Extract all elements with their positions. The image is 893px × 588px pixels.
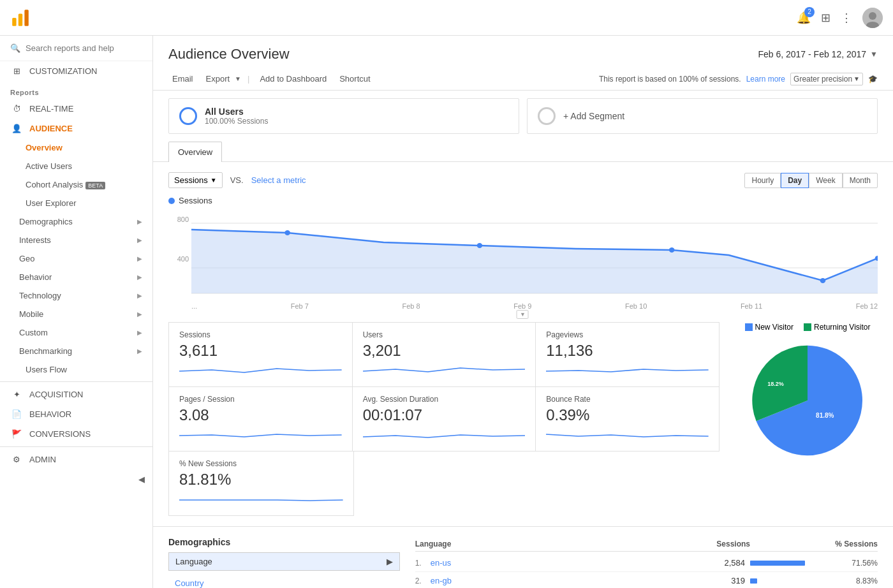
month-button[interactable]: Month <box>843 173 878 188</box>
lang-row-2: 2. en-gb 319 8.83% <box>415 572 878 588</box>
overview-tab[interactable]: Overview <box>168 142 222 162</box>
metric-arrow-icon: ▼ <box>210 177 217 184</box>
day-button[interactable]: Day <box>781 173 809 188</box>
chart-section: Sessions ▼ VS. Select a metric Hourly Da… <box>153 162 893 323</box>
sidebar-item-conversions[interactable]: 🚩 CONVERSIONS <box>0 424 152 444</box>
sidebar-item-active-users[interactable]: Active Users <box>0 157 152 175</box>
metric-cell-users: Users 3,201 <box>352 322 536 387</box>
segment-info-1: All Users 100.00% Sessions <box>205 107 268 126</box>
mobile-label: Mobile <box>19 309 43 319</box>
sidebar-item-mobile[interactable]: Mobile ▶ <box>0 305 152 323</box>
main-layout: 🔍 ⊞ CUSTOMIZATION Reports ⏱ REAL-TIME 👤 … <box>0 36 893 588</box>
learn-more-link[interactable]: Learn more <box>746 75 785 84</box>
language-tab[interactable]: Language ▶ <box>168 552 400 571</box>
conversions-label: CONVERSIONS <box>29 429 91 439</box>
notification-bell-icon[interactable]: 🔔 2 <box>797 11 811 25</box>
sidebar-item-technology[interactable]: Technology ▶ <box>0 286 152 305</box>
reports-section-label: Reports <box>0 81 152 99</box>
sidebar-item-custom[interactable]: Custom ▶ <box>0 323 152 342</box>
search-icon: 🔍 <box>10 43 20 53</box>
geo-label: Geo <box>19 254 35 263</box>
audience-label: AUDIENCE <box>29 124 73 133</box>
sidebar-item-benchmarking[interactable]: Benchmarking ▶ <box>0 342 152 360</box>
sparkline-new-sessions <box>179 492 343 508</box>
sidebar-item-demographics[interactable]: Demographics ▶ <box>0 212 152 231</box>
divider-1 <box>0 381 152 382</box>
sidebar-item-behavior[interactable]: Behavior ▶ <box>0 268 152 286</box>
sparkline-pages-session <box>179 428 342 443</box>
sidebar-item-users-flow[interactable]: Users Flow <box>0 360 152 379</box>
behavior-arrow-icon: ▶ <box>137 274 142 281</box>
metric-selector[interactable]: Sessions ▼ <box>168 172 223 188</box>
segment-all-users[interactable]: All Users 100.00% Sessions <box>168 98 519 134</box>
hourly-button[interactable]: Hourly <box>744 173 781 188</box>
metric-label-pages-session: Pages / Session <box>179 395 342 404</box>
metric-label-sessions: Sessions <box>179 330 342 339</box>
date-range-text: Feb 6, 2017 - Feb 12, 2017 <box>758 49 866 59</box>
apps-grid-icon[interactable]: ⊞ <box>821 11 830 25</box>
add-to-dashboard-button[interactable]: Add to Dashboard <box>256 71 330 86</box>
lang-row-1-pct: 71.56% <box>827 559 878 568</box>
overview-tab-bar: Overview <box>153 142 893 162</box>
country-link[interactable]: Country <box>168 576 400 588</box>
sidebar-collapse-button[interactable]: ◀ <box>0 469 152 489</box>
acquisition-icon: ✦ <box>10 390 23 399</box>
sidebar-item-cohort-analysis[interactable]: Cohort AnalysisBETA <box>0 175 152 194</box>
metric-label-avg-session: Avg. Session Duration <box>363 395 526 404</box>
chart-tooltip-btn[interactable]: ▼ <box>517 310 529 319</box>
metric-cell-pageviews: Pageviews 11,136 <box>535 322 720 387</box>
sparkline-users <box>363 364 526 379</box>
sessions-col-header: Sessions <box>699 540 750 548</box>
returning-visitor-legend-label: Returning Visitor <box>814 323 871 332</box>
sidebar-item-interests[interactable]: Interests ▶ <box>0 231 152 249</box>
notification-badge: 2 <box>804 7 815 17</box>
filter-icon[interactable]: 🎓 <box>868 75 878 84</box>
sidebar-item-admin[interactable]: ⚙ ADMIN <box>0 450 152 469</box>
more-options-icon[interactable]: ⋮ <box>841 11 852 25</box>
sidebar-item-acquisition[interactable]: ✦ ACQUISITION <box>0 385 152 404</box>
sidebar-item-audience[interactable]: 👤 AUDIENCE <box>0 119 152 138</box>
content-header: Audience Overview Feb 6, 2017 - Feb 12, … <box>153 36 893 68</box>
segment-add[interactable]: + Add Segment <box>527 98 878 134</box>
sidebar-item-behavior-main[interactable]: 📄 BEHAVIOR <box>0 404 152 424</box>
search-bar[interactable]: 🔍 <box>0 36 152 61</box>
user-avatar[interactable] <box>862 8 883 28</box>
x-axis-labels: ... Feb 7 Feb 8 Feb 9 ▼ Feb 10 Feb 11 Fe… <box>191 300 878 312</box>
svg-rect-1 <box>18 13 22 26</box>
avatar-image <box>862 8 883 28</box>
page-title: Audience Overview <box>168 46 290 62</box>
export-dropdown[interactable]: Export ▼ <box>202 71 241 86</box>
chart-area: ... Feb 7 Feb 8 Feb 9 ▼ Feb 10 Feb 11 Fe… <box>191 210 878 312</box>
new-visitor-legend-label: New Visitor <box>755 323 793 332</box>
metric-label-bounce-rate: Bounce Rate <box>546 395 709 404</box>
admin-label: ADMIN <box>29 455 56 464</box>
week-button[interactable]: Week <box>809 173 842 188</box>
shortcut-button[interactable]: Shortcut <box>336 71 374 86</box>
lang-row-1-code[interactable]: en-us <box>431 558 694 568</box>
metric-value-pageviews: 11,136 <box>546 342 709 360</box>
metric-label-new-sessions: % New Sessions <box>179 459 343 468</box>
lang-row-2-num: 2. <box>415 577 431 585</box>
email-button[interactable]: Email <box>168 71 197 86</box>
sparkline-sessions <box>179 364 342 379</box>
sidebar-item-user-explorer[interactable]: User Explorer <box>0 194 152 212</box>
sidebar-item-geo[interactable]: Geo ▶ <box>0 249 152 268</box>
sidebar-item-overview[interactable]: Overview <box>0 138 152 157</box>
custom-label: Custom <box>19 328 48 337</box>
lang-row-2-code[interactable]: en-gb <box>431 576 694 585</box>
acquisition-label: ACQUISITION <box>29 390 84 399</box>
customization-label: CUSTOMIZATION <box>29 66 97 76</box>
realtime-label: REAL-TIME <box>29 104 73 114</box>
date-range-picker[interactable]: Feb 6, 2017 - Feb 12, 2017 ▼ <box>758 49 878 59</box>
sidebar-item-customization[interactable]: ⊞ CUSTOMIZATION <box>0 61 152 81</box>
segment-circle-1 <box>179 107 197 125</box>
search-input[interactable] <box>26 43 142 53</box>
sidebar-item-realtime[interactable]: ⏱ REAL-TIME <box>0 99 152 119</box>
clock-icon: ⏱ <box>10 104 23 114</box>
select-metric-link[interactable]: Select a metric <box>251 175 306 185</box>
precision-select[interactable]: Greater precision ▼ <box>790 73 863 85</box>
chart-svg <box>191 210 878 300</box>
segment-name-1: All Users <box>205 107 268 117</box>
metric-label-users: Users <box>363 330 526 339</box>
sessions-label: Sessions <box>168 196 878 205</box>
